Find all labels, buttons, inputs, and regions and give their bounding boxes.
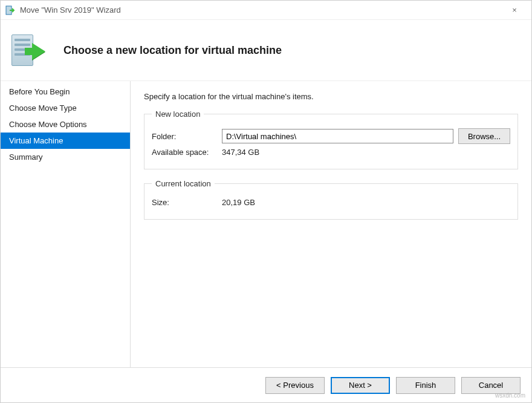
page-title: Choose a new location for virtual machin… <box>63 44 282 57</box>
sidebar-item-virtual-machine[interactable]: Virtual Machine <box>1 133 130 149</box>
available-space-value: 347,34 GB <box>222 148 259 157</box>
available-space-label: Available space: <box>152 148 222 157</box>
wizard-body: Before You Begin Choose Move Type Choose… <box>1 81 531 367</box>
cancel-button[interactable]: Cancel <box>461 377 521 394</box>
wizard-header: Choose a new location for virtual machin… <box>1 20 531 81</box>
previous-button[interactable]: < Previous <box>265 377 325 394</box>
sidebar-item-choose-move-type[interactable]: Choose Move Type <box>1 100 130 116</box>
content-panel: Specify a location for the virtual machi… <box>131 81 531 367</box>
current-location-legend: Current location <box>152 179 215 188</box>
app-icon <box>5 5 15 15</box>
wizard-window: Move "Win Srv 2019" Wizard × Choose a ne… <box>0 0 532 403</box>
window-title: Move "Win Srv 2019" Wizard <box>20 5 121 15</box>
folder-input[interactable] <box>222 129 453 143</box>
close-button[interactable]: × <box>502 5 527 15</box>
finish-button[interactable]: Finish <box>396 377 455 394</box>
new-location-legend: New location <box>152 110 204 119</box>
sidebar-item-before-you-begin[interactable]: Before You Begin <box>1 84 130 100</box>
wizard-footer: < Previous Next > Finish Cancel <box>1 367 531 402</box>
browse-button[interactable]: Browse... <box>458 128 510 144</box>
folder-label: Folder: <box>152 132 222 141</box>
titlebar: Move "Win Srv 2019" Wizard × <box>1 1 531 20</box>
instruction-text: Specify a location for the virtual machi… <box>144 92 518 101</box>
wizard-header-icon <box>9 32 51 68</box>
size-label: Size: <box>152 198 222 207</box>
new-location-group: New location Folder: Browse... Available… <box>144 110 518 169</box>
sidebar-item-summary[interactable]: Summary <box>1 149 130 165</box>
current-location-group: Current location Size: 20,19 GB <box>144 179 518 220</box>
size-value: 20,19 GB <box>222 198 255 207</box>
sidebar-item-choose-move-options[interactable]: Choose Move Options <box>1 116 130 133</box>
step-sidebar: Before You Begin Choose Move Type Choose… <box>1 81 131 367</box>
next-button[interactable]: Next > <box>331 377 390 394</box>
watermark: wsxdn.com <box>495 392 525 399</box>
